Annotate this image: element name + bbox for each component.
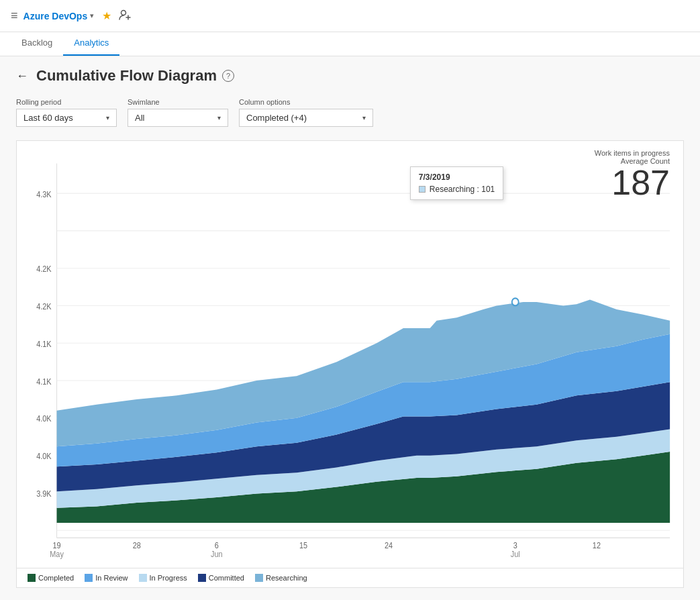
swimlane-select[interactable]: All ▾ bbox=[128, 109, 228, 127]
legend-researching: Researching bbox=[255, 574, 307, 582]
svg-point-0 bbox=[121, 10, 126, 15]
legend-in-progress: In Progress bbox=[139, 574, 187, 582]
rolling-period-filter: Rolling period Last 60 days ▾ bbox=[16, 98, 117, 127]
page-title: Cumulative Flow Diagram bbox=[36, 67, 217, 85]
page-header: ← Cumulative Flow Diagram ? bbox=[16, 67, 684, 85]
swimlane-value: All bbox=[135, 113, 144, 123]
svg-text:15: 15 bbox=[299, 540, 307, 550]
tab-backlog[interactable]: Backlog bbox=[11, 32, 63, 56]
nav-tabs: Backlog Analytics bbox=[0, 32, 700, 56]
svg-text:4.1K: 4.1K bbox=[36, 339, 52, 348]
column-options-arrow: ▾ bbox=[362, 114, 366, 121]
chart-container: Work items in progress Average Count 187… bbox=[16, 140, 684, 568]
svg-text:6: 6 bbox=[215, 540, 219, 550]
work-items-count: 187 bbox=[595, 165, 670, 200]
svg-text:Jun: Jun bbox=[211, 550, 223, 559]
rolling-period-arrow: ▾ bbox=[106, 114, 109, 121]
legend-committed-label: Committed bbox=[209, 574, 244, 582]
legend-researching-label: Researching bbox=[266, 574, 307, 582]
work-items-counter: Work items in progress Average Count 187 bbox=[595, 149, 670, 200]
svg-text:4.0K: 4.0K bbox=[36, 452, 52, 461]
help-icon[interactable]: ? bbox=[222, 70, 234, 82]
chart-svg: 4.3K 4.2K 4.2K 4.1K 4.1K 4.0K 4.0K 3.9K bbox=[17, 141, 683, 568]
legend-in-review: In Review bbox=[85, 574, 128, 582]
app-dropdown-icon[interactable]: ▾ bbox=[90, 11, 94, 20]
rolling-period-value: Last 60 days bbox=[23, 113, 73, 123]
tab-analytics[interactable]: Analytics bbox=[63, 32, 119, 56]
legend-in-review-color bbox=[85, 574, 93, 582]
tooltip-dot bbox=[512, 298, 519, 305]
swimlane-label: Swimlane bbox=[128, 98, 228, 106]
svg-text:4.1K: 4.1K bbox=[36, 377, 52, 386]
favorite-icon[interactable]: ★ bbox=[102, 9, 111, 22]
filters-row: Rolling period Last 60 days ▾ Swimlane A… bbox=[16, 98, 684, 127]
column-options-label: Column options bbox=[239, 98, 373, 106]
svg-text:3: 3 bbox=[513, 540, 517, 550]
legend-completed: Completed bbox=[28, 574, 74, 582]
legend-completed-color bbox=[28, 574, 36, 582]
svg-text:3.9K: 3.9K bbox=[36, 489, 52, 498]
svg-text:Jul: Jul bbox=[511, 550, 520, 559]
column-options-value: Completed (+4) bbox=[246, 113, 307, 123]
back-button[interactable]: ← bbox=[16, 69, 28, 83]
svg-text:12: 12 bbox=[593, 540, 601, 550]
legend-in-progress-color bbox=[139, 574, 147, 582]
svg-text:May: May bbox=[50, 550, 64, 559]
svg-text:28: 28 bbox=[133, 540, 141, 550]
chart-legend: Completed In Review In Progress Committe… bbox=[16, 568, 684, 588]
legend-completed-label: Completed bbox=[38, 574, 74, 582]
svg-text:24: 24 bbox=[385, 540, 393, 550]
legend-researching-color bbox=[255, 574, 263, 582]
legend-in-progress-label: In Progress bbox=[150, 574, 187, 582]
legend-committed: Committed bbox=[198, 574, 244, 582]
app-menu-icon[interactable]: ≡ bbox=[11, 9, 18, 23]
rolling-period-select[interactable]: Last 60 days ▾ bbox=[16, 109, 117, 127]
svg-text:4.0K: 4.0K bbox=[36, 414, 52, 423]
tooltip-text: Researching : 101 bbox=[430, 185, 495, 194]
column-options-select[interactable]: Completed (+4) ▾ bbox=[239, 109, 373, 127]
work-items-label: Work items in progress bbox=[595, 149, 670, 157]
tooltip-box: 7/3/2019 Researching : 101 bbox=[410, 166, 503, 200]
svg-text:19: 19 bbox=[53, 540, 61, 550]
svg-text:4.2K: 4.2K bbox=[36, 301, 52, 311]
app-name: Azure DevOps bbox=[23, 11, 88, 21]
tooltip-item: Researching : 101 bbox=[419, 185, 495, 194]
legend-in-review-label: In Review bbox=[95, 574, 128, 582]
rolling-period-label: Rolling period bbox=[16, 98, 117, 106]
svg-text:4.3K: 4.3K bbox=[36, 189, 52, 199]
tooltip-date: 7/3/2019 bbox=[419, 172, 495, 182]
swimlane-arrow: ▾ bbox=[217, 114, 221, 121]
swimlane-filter: Swimlane All ▾ bbox=[128, 98, 228, 127]
column-options-filter: Column options Completed (+4) ▾ bbox=[239, 98, 373, 127]
user-icon[interactable] bbox=[118, 8, 132, 24]
legend-committed-color bbox=[198, 574, 206, 582]
tooltip-color-box bbox=[419, 186, 426, 193]
main-content: ← Cumulative Flow Diagram ? Rolling peri… bbox=[0, 56, 700, 600]
svg-text:4.2K: 4.2K bbox=[36, 264, 52, 274]
top-header: ≡ Azure DevOps ▾ ★ bbox=[0, 0, 700, 32]
